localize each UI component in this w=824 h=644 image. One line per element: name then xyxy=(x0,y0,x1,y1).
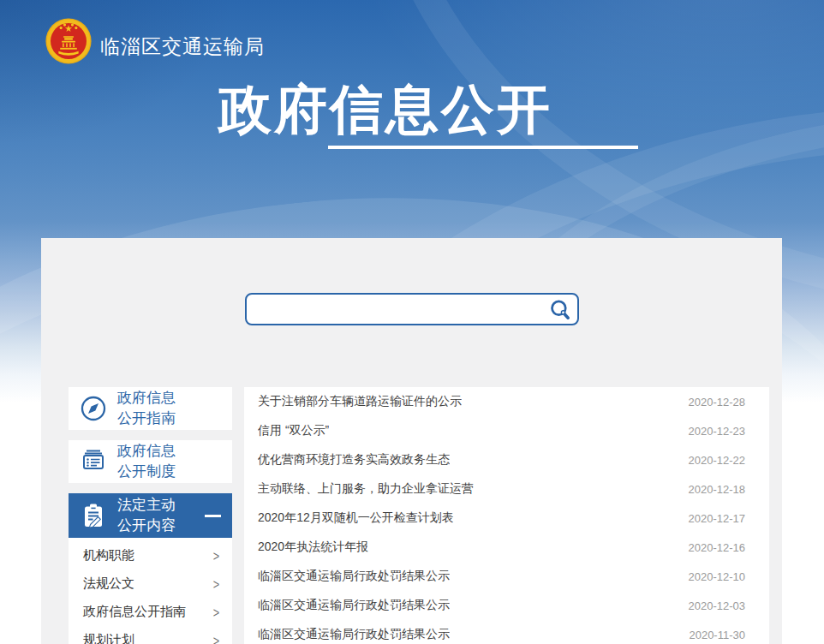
search-input[interactable] xyxy=(255,296,548,322)
sidebar-item-label: 政府信息 xyxy=(117,441,176,462)
news-row[interactable]: 2020年执法统计年报 2020-12-16 xyxy=(244,533,769,562)
sidebar-item-label: 公开制度 xyxy=(117,462,176,482)
news-date: 2020-12-28 xyxy=(678,396,746,408)
news-row[interactable]: 优化营商环境打造务实高效政务生态 2020-12-22 xyxy=(244,445,769,474)
chevron-right-icon: > xyxy=(213,604,219,621)
news-date: 2020-12-03 xyxy=(678,599,746,612)
news-row[interactable]: 主动联络、上门服务，助力企业拿证运营 2020-12-18 xyxy=(244,474,769,504)
news-row[interactable]: 关于注销部分车辆道路运输证件的公示 2020-12-28 xyxy=(244,387,769,416)
bureau-name: 临淄区交通运输局 xyxy=(100,33,265,60)
submenu-item-org-functions[interactable]: 机构职能 > xyxy=(69,541,232,569)
news-title-link[interactable]: 关于注销部分车辆道路运输证件的公示 xyxy=(258,394,462,409)
submenu-item-label: 法规公文 xyxy=(83,575,134,592)
news-title-link[interactable]: 2020年执法统计年报 xyxy=(258,540,368,555)
chevron-right-icon: > xyxy=(213,632,219,644)
news-title-link[interactable]: 信用 “双公示” xyxy=(258,423,329,438)
search-box xyxy=(245,293,579,325)
news-date: 2020-12-17 xyxy=(678,512,746,525)
chevron-right-icon: > xyxy=(213,575,219,593)
news-row[interactable]: 2020年12月双随机一公开检查计划表 2020-12-17 xyxy=(244,504,769,533)
news-row[interactable]: 临淄区交通运输局行政处罚结果公示 2020-11-30 xyxy=(244,620,769,644)
news-title-link[interactable]: 2020年12月双随机一公开检查计划表 xyxy=(258,510,454,526)
site-brand: 临淄区交通运输局 xyxy=(45,17,265,65)
news-date: 2020-12-10 xyxy=(678,570,746,583)
collapse-minus-icon[interactable] xyxy=(205,515,221,517)
sidebar-item-gov-info-guide[interactable]: 政府信息 公开指南 xyxy=(69,387,232,430)
national-emblem-icon xyxy=(45,17,93,65)
news-date: 2020-12-18 xyxy=(678,483,746,496)
submenu-item-label: 规划计划 xyxy=(83,632,134,644)
news-title-link[interactable]: 临淄区交通运输局行政处罚结果公示 xyxy=(258,598,450,613)
sidebar-item-gov-info-system[interactable]: 政府信息 公开制度 xyxy=(69,440,232,483)
news-date: 2020-12-23 xyxy=(678,425,746,438)
submenu-item-label: 机构职能 xyxy=(83,547,134,564)
news-list: 关于注销部分车辆道路运输证件的公示 2020-12-28 信用 “双公示” 20… xyxy=(244,387,769,644)
sidebar-item-label: 公开指南 xyxy=(117,408,176,429)
submenu-item-plans[interactable]: 规划计划 > xyxy=(69,626,232,644)
sidebar-item-label: 法定主动 xyxy=(117,495,176,516)
sidebar-item-label: 政府信息 xyxy=(117,388,176,408)
title-underline xyxy=(328,146,638,149)
news-title-link[interactable]: 主动联络、上门服务，助力企业拿证运营 xyxy=(258,481,474,497)
news-row[interactable]: 临淄区交通运输局行政处罚结果公示 2020-12-03 xyxy=(244,591,769,620)
sidebar-item-statutory-disclosure[interactable]: 法定主动 公开内容 xyxy=(69,493,232,538)
sidebar: 政府信息 公开指南 政府信息 公开制度 xyxy=(69,387,232,644)
search-icon xyxy=(548,298,571,321)
news-date: 2020-11-30 xyxy=(678,629,745,641)
news-title-link[interactable]: 优化营商环境打造务实高效政务生态 xyxy=(258,452,450,468)
news-title-link[interactable]: 临淄区交通运输局行政处罚结果公示 xyxy=(258,627,450,642)
page-title: 政府信息公开 xyxy=(0,74,771,146)
content-panel: 政府信息 公开指南 政府信息 公开制度 xyxy=(41,238,782,644)
compass-icon xyxy=(79,394,108,423)
news-row[interactable]: 临淄区交通运输局行政处罚结果公示 2020-12-10 xyxy=(244,562,769,591)
news-date: 2020-12-22 xyxy=(678,454,746,467)
search-button[interactable] xyxy=(548,298,577,321)
submenu-item-gov-info-guide[interactable]: 政府信息公开指南 > xyxy=(69,598,232,626)
book-icon xyxy=(79,447,108,476)
clipboard-pencil-icon xyxy=(79,501,108,530)
news-row[interactable]: 信用 “双公示” 2020-12-23 xyxy=(244,416,769,445)
sidebar-submenu: 机构职能 > 法规公文 > 政府信息公开指南 > 规划计划 > xyxy=(69,538,232,644)
chevron-right-icon: > xyxy=(213,547,219,564)
news-date: 2020-12-16 xyxy=(678,541,746,554)
submenu-item-label: 政府信息公开指南 xyxy=(83,604,186,620)
news-title-link[interactable]: 临淄区交通运输局行政处罚结果公示 xyxy=(258,569,450,584)
sidebar-item-label: 公开内容 xyxy=(117,516,176,536)
submenu-item-regulations[interactable]: 法规公文 > xyxy=(69,569,232,598)
